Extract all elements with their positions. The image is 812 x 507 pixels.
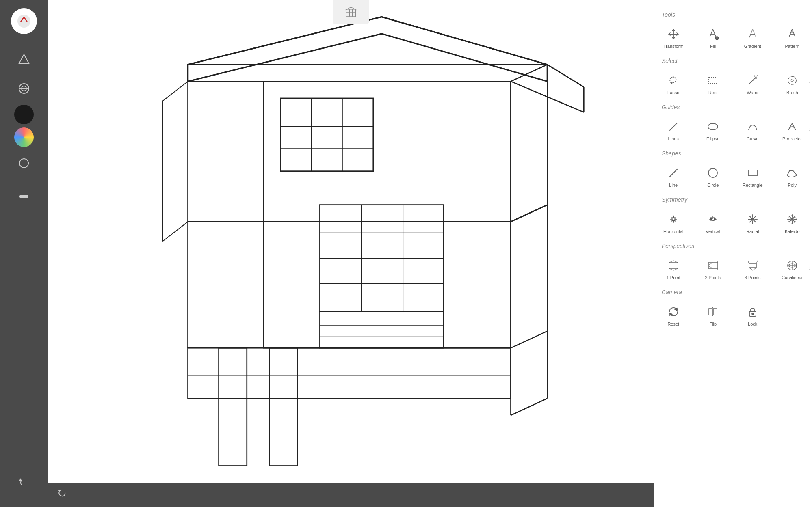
2points-persp-tool[interactable]: 2 Points [693,252,733,284]
horizontal-sym-label: Horizontal [663,229,684,234]
svg-line-92 [708,268,708,270]
svg-line-44 [547,65,584,87]
1point-persp-label: 1 Point [667,275,680,280]
lines-guide-tool[interactable]: Lines [654,114,693,145]
3points-persp-label: 3 Points [745,275,761,280]
wand-tool[interactable]: Wand [733,67,773,99]
top-bar[interactable] [333,0,369,24]
gradient-tool[interactable]: Gradient [733,21,773,53]
line-shape-icon [665,164,682,182]
svg-line-74 [749,220,751,222]
brush-select-tool[interactable]: Brush [773,67,812,99]
triangle-tool[interactable] [11,46,37,72]
horizontal-sym-icon [665,210,682,228]
circle-shape-label: Circle [707,183,719,188]
curve-guide-tool[interactable]: Curve [733,114,773,145]
transform-tool[interactable]: Transform [654,21,693,53]
svg-line-101 [753,268,756,270]
horizontal-sym-tool[interactable]: Horizontal [654,206,693,238]
svg-line-98 [748,261,749,263]
symmetry-button[interactable] [11,150,37,176]
home-icon [344,5,358,19]
bottom-bar [48,483,654,507]
lasso-icon [665,71,682,89]
protractor-icon [783,118,801,136]
gradient-tool-label: Gradient [744,44,761,49]
svg-line-100 [749,268,753,270]
kaleido-sym-tool[interactable]: Kaleido [773,206,812,238]
3points-persp-tool[interactable]: 3 Points [733,252,773,284]
drawing-canvas[interactable] [48,0,654,483]
color-gradient-button[interactable] [14,127,34,147]
layers-tool[interactable] [11,76,37,101]
tools-section-label: Tools [654,8,812,19]
svg-line-46 [162,81,188,101]
ellipse-guide-label: Ellipse [706,136,719,141]
lock-camera-label: Lock [748,321,757,326]
protractor-tool[interactable]: Protractor [773,114,812,145]
3points-persp-icon [744,257,762,274]
svg-line-72 [754,220,756,222]
line-shape-tool[interactable]: Line [654,160,693,192]
curve-guide-label: Curve [747,136,758,141]
select-chevron: › [809,80,810,86]
svg-rect-97 [749,263,756,268]
fill-tool[interactable]: Fill [693,21,733,53]
reset-camera-tool[interactable]: Reset [654,299,693,330]
radial-sym-tool[interactable]: Radial [733,206,773,238]
svg-line-83 [789,220,791,222]
2points-persp-label: 2 Points [705,275,721,280]
adjustments-button[interactable] [11,179,37,205]
ellipse-guide-tool[interactable]: Ellipse [693,114,733,145]
line-shape-label: Line [669,183,678,188]
rect-select-tool[interactable]: Rect [693,67,733,99]
symmetry-section-label: Symmetry [654,193,812,205]
kaleido-sym-label: Kaleido [785,229,800,234]
svg-line-91 [708,261,708,263]
pattern-tool[interactable]: Pattern [773,21,812,53]
vertical-sym-label: Vertical [706,229,720,234]
circle-shape-icon [704,164,722,182]
guides-section-grid: Lines Ellipse Curve [654,112,812,147]
svg-marker-15 [188,17,548,65]
vertical-sym-tool[interactable]: Vertical [693,206,733,238]
app-icon-button[interactable] [11,8,37,34]
svg-rect-107 [709,309,712,315]
svg-point-66 [751,218,754,220]
color-black-button[interactable] [14,105,34,124]
svg-point-53 [788,76,796,84]
move-icon [665,25,682,43]
reset-camera-label: Reset [667,321,679,326]
select-section-label: Select [654,54,812,66]
perspectives-chevron: › [809,265,810,271]
svg-line-55 [670,123,677,130]
svg-rect-41 [188,348,511,398]
rectangle-shape-tool[interactable]: Rectangle [733,160,773,192]
rect-select-icon [704,71,722,89]
undo-button[interactable] [11,470,37,496]
svg-marker-17 [264,81,511,222]
svg-line-57 [670,169,677,177]
svg-point-114 [752,313,754,315]
fill-icon [704,25,722,43]
svg-line-81 [793,220,795,222]
circle-shape-tool[interactable]: Circle [693,160,733,192]
shapes-section-label: Shapes [654,147,812,158]
lock-camera-tool[interactable]: Lock [733,299,773,330]
vertical-sym-icon [704,210,722,228]
svg-rect-36 [219,348,247,466]
right-panel: Tools Transform Fill [654,0,812,507]
flip-camera-tool[interactable]: Flip [693,299,733,330]
svg-rect-37 [269,348,297,466]
guides-section-label: Guides [654,101,812,112]
curvilinear-persp-tool[interactable]: Curvilinear [773,252,812,284]
pattern-tool-label: Pattern [785,44,799,49]
lasso-tool[interactable]: Lasso [654,67,693,99]
lines-guide-label: Lines [668,136,679,141]
sidebar-bottom [11,470,37,499]
2points-persp-icon [704,257,722,274]
undo-bottom-button[interactable] [56,488,67,501]
1point-persp-tool[interactable]: 1 Point [654,252,693,284]
poly-shape-tool[interactable]: Poly [773,160,812,192]
svg-line-93 [717,261,718,263]
